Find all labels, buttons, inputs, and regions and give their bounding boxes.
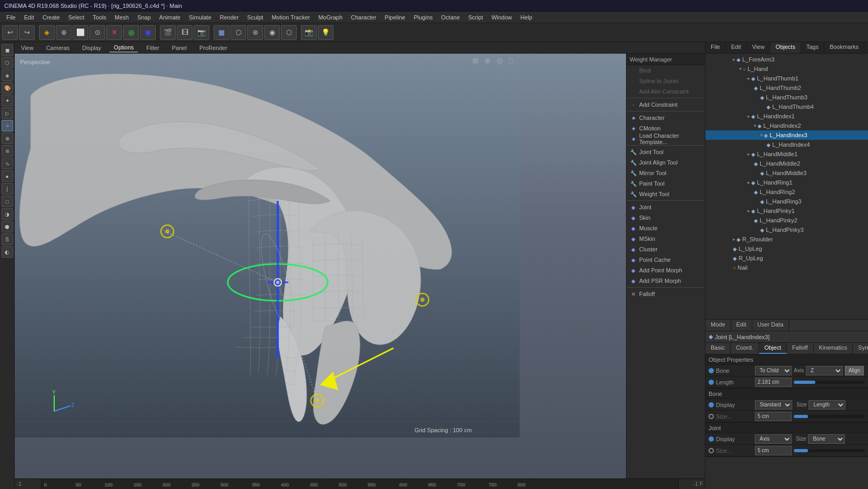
prop-align-button[interactable]: Align — [845, 366, 864, 375]
props-section-header-object[interactable]: Object Properties — [705, 354, 868, 365]
tree-item-nail[interactable]: ○ Nail — [705, 263, 868, 272]
char-menu-mskin[interactable]: ◆ MSkin — [627, 233, 705, 244]
toolbar-redo[interactable]: ↪ — [19, 25, 35, 40]
char-menu-paint[interactable]: 🔧 Paint Tool — [627, 178, 705, 189]
obj-tab-file[interactable]: File — [705, 42, 726, 53]
tool-stamp[interactable]: ⬢ — [2, 221, 13, 232]
char-menu-skin[interactable]: ◆ Skin — [627, 212, 705, 223]
tree-item-l-handthumb3[interactable]: ◆ L_HandThumb3 — [705, 93, 868, 102]
prop-select-joint-display[interactable]: Axis None — [755, 434, 792, 444]
menu-sculpt[interactable]: Sculpt — [243, 13, 268, 22]
tool-brush[interactable]: ◑ — [2, 208, 13, 220]
vp-tab-prorender[interactable]: ProRender — [195, 44, 231, 52]
tree-item-l-handpinky3[interactable]: ◆ L_HandPinky3 — [705, 225, 868, 235]
char-menu-character[interactable]: ★ Character — [627, 113, 705, 123]
props-tab-basic[interactable]: Basic — [705, 343, 731, 354]
toolbar-z-axis[interactable]: ▣ — [140, 25, 156, 40]
tool-falloff[interactable]: ◐ — [2, 246, 13, 258]
menu-window[interactable]: Window — [487, 13, 516, 22]
menu-tools[interactable]: Tools — [88, 13, 110, 22]
prop-select-axis[interactable]: Z X Y — [806, 366, 843, 375]
char-menu-add-point-morph[interactable]: ◆ Add Point Morph — [627, 265, 705, 276]
viewport[interactable]: Z Y Perspective Grid Spacing : 100 cm — [15, 54, 626, 478]
char-menu-point-cache[interactable]: ◆ Point Cache — [627, 254, 705, 265]
prop-select-bone-display[interactable]: Standard None Box — [755, 400, 792, 410]
prop-select-bone-to[interactable]: To Child None — [755, 366, 792, 375]
props-section-header-bone[interactable]: Bone — [705, 389, 868, 399]
props-tab-edit[interactable]: Edit — [731, 320, 752, 331]
vp-tab-panel[interactable]: Panel — [168, 44, 191, 52]
toolbar-picture-viewer[interactable]: 📷 — [194, 25, 209, 40]
char-menu-load-template[interactable]: ★ Load Character Template... — [627, 134, 705, 144]
menu-mograph[interactable]: MoGraph — [314, 13, 347, 22]
prop-radio-joint-display[interactable] — [709, 436, 714, 442]
obj-tab-tags[interactable]: Tags — [801, 42, 824, 53]
vp-tab-view[interactable]: View — [17, 44, 38, 52]
char-menu-mirror[interactable]: 🔧 Mirror Tool — [627, 168, 705, 178]
char-menu-cluster[interactable]: ◆ Cluster — [627, 244, 705, 254]
char-menu-joint[interactable]: ◆ Joint — [627, 202, 705, 212]
toolbar-x-axis[interactable]: ✕ — [106, 25, 122, 40]
menu-script[interactable]: Script — [464, 13, 487, 22]
props-tab-mode[interactable]: Mode — [705, 320, 731, 331]
prop-radio-bone-size[interactable] — [709, 414, 714, 419]
tree-item-l-handmiddle3[interactable]: ◆ L_HandMiddle3 — [705, 168, 868, 178]
tree-item-l-handthumb1[interactable]: ▸ ◆ L_HandThumb1 — [705, 74, 868, 83]
toolbar-viewport-filter[interactable]: ⊛ — [247, 25, 263, 40]
tool-bp[interactable]: 🎨 — [2, 82, 13, 94]
tool-motion[interactable]: ▷ — [2, 107, 13, 119]
tree-item-l-handring3[interactable]: ◆ L_HandRing3 — [705, 197, 868, 206]
toolbar-render[interactable]: 🎞 — [177, 25, 193, 40]
toolbar-light[interactable]: 💡 — [318, 25, 334, 40]
tool-rigging[interactable]: ✧ — [2, 120, 13, 131]
props-section-header-joint[interactable]: Joint — [705, 423, 868, 433]
toolbar-cube[interactable]: ▦ — [214, 25, 229, 40]
menu-edit[interactable]: Edit — [20, 13, 38, 22]
tree-item-l-handpinky2[interactable]: ◆ L_HandPinky2 — [705, 216, 868, 225]
menu-file[interactable]: File — [2, 13, 20, 22]
char-menu-add-psr-morph[interactable]: ◆ Add PSR Morph — [627, 276, 705, 286]
props-tab-falloff[interactable]: Falloff — [787, 343, 814, 354]
tool-measure[interactable]: | — [2, 183, 13, 195]
tree-item-l-handindex3[interactable]: ▾ ◆ L_HandIndex3 — [705, 130, 868, 140]
props-tab-object[interactable]: Object — [759, 343, 787, 354]
tree-item-l-handindex1[interactable]: ▸ ◆ L_HandIndex1 — [705, 111, 868, 121]
props-tab-coord[interactable]: Coord. — [731, 343, 759, 354]
char-menu-spline-to-joints[interactable]: · Spline to Joints — [627, 76, 705, 86]
tree-item-l-forearm3[interactable]: ▸ ◆ L_ForeArm3 — [705, 55, 868, 64]
tool-uv[interactable]: ◈ — [2, 69, 13, 81]
tool-dynamics[interactable]: ⊕ — [2, 133, 13, 144]
menu-character[interactable]: Character — [347, 13, 380, 22]
char-menu-falloff[interactable]: ✕ Falloff — [627, 289, 705, 299]
prop-radio-bone-display[interactable] — [709, 402, 714, 407]
tree-item-l-handmiddle2[interactable]: ◆ L_HandMiddle2 — [705, 159, 868, 168]
props-tab-user-data[interactable]: User Data — [752, 320, 790, 331]
menu-create[interactable]: Create — [38, 13, 64, 22]
prop-slider-bone-size[interactable] — [794, 415, 865, 418]
prop-radio-joint-size[interactable] — [709, 448, 714, 453]
tree-item-r-upleg[interactable]: ◆ R_UpLeg — [705, 253, 868, 263]
tree-item-l-handthumb4[interactable]: ◆ L_HandThumb4 — [705, 102, 868, 111]
tree-item-l-handring1[interactable]: ▸ ◆ L_HandRing1 — [705, 178, 868, 187]
menu-octane[interactable]: Octane — [437, 13, 464, 22]
menu-simulate[interactable]: Simulate — [185, 13, 216, 22]
tool-smooth[interactable]: S — [2, 233, 13, 245]
toolbar-live-select[interactable]: ◈ — [39, 25, 55, 40]
toolbar-y-axis[interactable]: ◎ — [123, 25, 139, 40]
prop-slider-joint-size[interactable] — [794, 449, 865, 452]
prop-radio-bone[interactable] — [709, 368, 714, 373]
char-menu-bind[interactable]: · Bind — [627, 65, 705, 76]
obj-tab-bookmarks[interactable]: Bookmarks — [824, 42, 864, 53]
vp-tab-filter[interactable]: Filter — [142, 44, 163, 52]
toolbar-snap[interactable]: ◉ — [264, 25, 280, 40]
tool-sculpt2[interactable]: ✦ — [2, 95, 13, 106]
tree-item-l-handring2[interactable]: ◆ L_HandRing2 — [705, 187, 868, 197]
prop-slider-length[interactable] — [794, 381, 865, 384]
tool-paint[interactable]: ● — [2, 170, 13, 182]
obj-tab-objects[interactable]: Objects — [770, 42, 801, 53]
vp-tab-cameras[interactable]: Cameras — [42, 44, 74, 52]
char-menu-add-aim[interactable]: · Add Aim Constraint — [627, 86, 705, 97]
timeline-ruler[interactable]: 0 50 100 150 200 250 300 350 400 450 500… — [41, 478, 679, 490]
menu-plugins[interactable]: Plugins — [409, 13, 437, 22]
vp-tab-options[interactable]: Options — [109, 43, 138, 53]
